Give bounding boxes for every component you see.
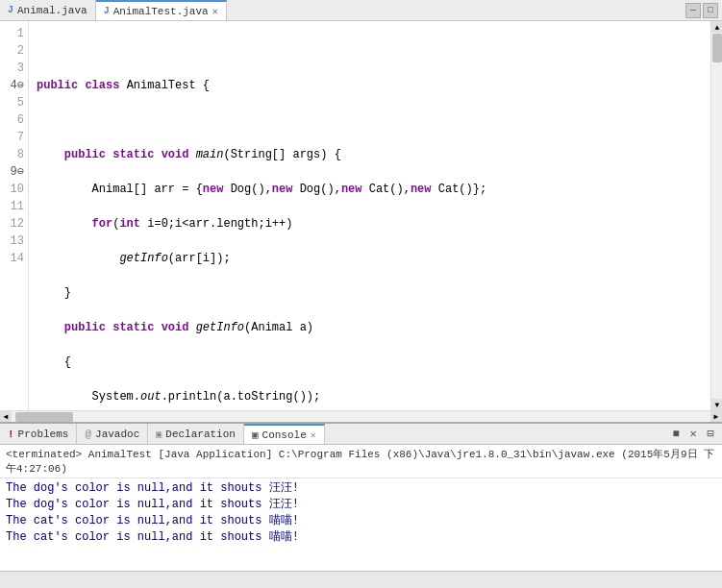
java-file-icon-2: J [104,6,110,16]
line-num-5: 5 [6,94,24,111]
declaration-label: Declaration [165,429,236,440]
line-numbers: 1 2 3 4⊖ 5 6 7 8 9⊖ 10 11 12 13 14 [0,21,29,410]
console-close-icon: ✕ [311,429,316,441]
line-num-4: 4⊖ [6,77,24,94]
output-line-2: The dog's color is null,and it shouts 汪汪… [6,497,716,513]
code-line-11: System.out.println(a.toString()); [37,388,703,405]
line-num-13: 13 [6,233,24,250]
declaration-icon: ▣ [156,429,162,440]
tab-console[interactable]: ▣ Console ✕ [244,424,325,444]
tab-animal-label: Animal.java [17,5,87,16]
code-line-9: public static void getInfo(Animal a) [37,319,703,336]
line-num-3: 3 [6,60,24,77]
stop-button[interactable]: ■ [668,427,684,442]
line-num-1: 1 [6,25,24,42]
code-line-4: public static void main(String[] args) { [37,146,703,163]
scroll-right-arrow[interactable]: ▶ [710,411,722,423]
line-num-6: 6 [6,111,24,129]
close-console-button[interactable]: ✕ [685,427,701,442]
console-icon: ▣ [252,429,259,441]
vertical-scrollbar[interactable]: ▲ ▼ [710,21,722,410]
javadoc-icon: @ [85,429,91,440]
code-line-6: for(int i=0;i<arr.length;i++) [37,215,703,233]
tab-javadoc[interactable]: @ Javadoc [77,424,148,444]
code-line-10: { [37,354,703,371]
problems-icon: ! [8,429,14,440]
line-num-9: 9⊖ [6,163,24,181]
bottom-panel: ! Problems @ Javadoc ▣ Declaration ▣ Con… [0,422,722,571]
code-line-2: public class AnimalTest { [37,77,703,94]
line-num-8: 8 [6,146,24,163]
console-terminated-line: <terminated> AnimalTest [Java Applicatio… [0,445,722,478]
output-line-3: The cat's color is null,and it shouts 喵喵… [6,513,716,529]
scroll-thumb[interactable] [712,34,722,62]
output-line-4: The cat's color is null,and it shouts 喵喵… [6,529,716,546]
tab-bar: J Animal.java J AnimalTest.java ✕ — □ [0,0,722,21]
output-line-1: The dog's color is null,and it shouts 汪汪… [6,480,716,497]
console-area: <terminated> AnimalTest [Java Applicatio… [0,445,722,571]
code-editor[interactable]: public class AnimalTest { public static … [29,21,710,410]
horizontal-scrollbar[interactable]: ◀ ▶ [0,410,722,422]
code-line-8: } [37,284,703,302]
line-num-10: 10 [6,181,24,198]
bottom-panel-controls: ■ ✕ ⊟ [668,427,722,442]
console-label: Console [262,429,307,441]
status-bar [0,571,722,588]
window-controls: — □ [685,3,722,18]
minimize-panel-button[interactable]: ⊟ [703,427,718,442]
line-num-7: 7 [6,129,24,146]
line-num-12: 12 [6,215,24,233]
code-line-3 [37,111,703,129]
editor-area: 1 2 3 4⊖ 5 6 7 8 9⊖ 10 11 12 13 14 publi… [0,21,722,410]
maximize-button[interactable]: □ [703,3,718,18]
main-window: J Animal.java J AnimalTest.java ✕ — □ 1 … [0,0,722,588]
tab-close-icon[interactable]: ✕ [212,6,218,17]
tab-declaration[interactable]: ▣ Declaration [148,424,244,444]
code-line-1 [37,42,703,60]
tab-animaltest-java[interactable]: J AnimalTest.java ✕ [96,0,227,20]
minimize-button[interactable]: — [685,3,701,18]
line-num-14: 14 [6,250,24,267]
tab-problems[interactable]: ! Problems [0,424,77,444]
problems-label: Problems [18,429,69,440]
code-line-5: Animal[] arr = {new Dog(),new Dog(),new … [37,181,703,198]
bottom-tab-bar: ! Problems @ Javadoc ▣ Declaration ▣ Con… [0,424,722,445]
scroll-up-arrow[interactable]: ▲ [711,21,722,33]
console-output: The dog's color is null,and it shouts 汪汪… [0,478,722,571]
javadoc-label: Javadoc [95,429,139,440]
scroll-left-arrow[interactable]: ◀ [0,411,12,423]
line-num-11: 11 [6,198,24,215]
line-num-2: 2 [6,42,24,60]
scroll-down-arrow[interactable]: ▼ [711,399,722,410]
code-line-7: getInfo(arr[i]); [37,250,703,267]
java-file-icon: J [8,5,13,15]
tab-animal-java[interactable]: J Animal.java [0,0,96,20]
scroll-h-thumb[interactable] [15,412,73,422]
tab-animaltest-label: AnimalTest.java [113,6,209,17]
